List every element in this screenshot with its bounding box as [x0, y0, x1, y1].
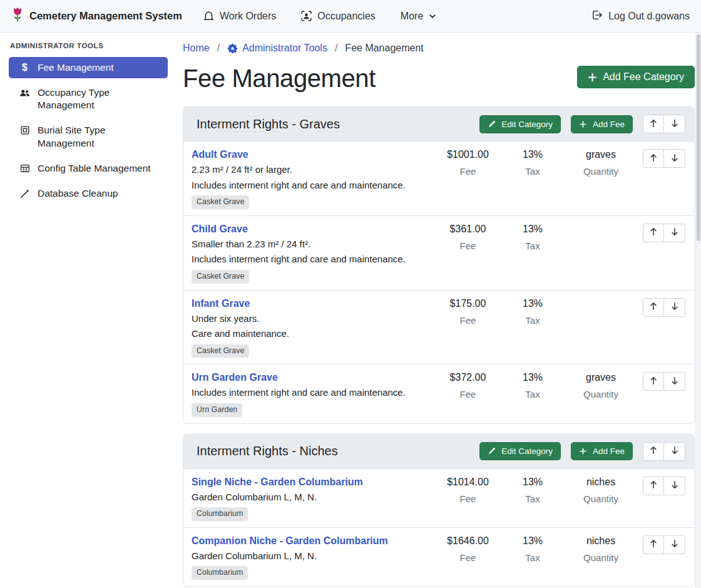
nav-work-orders[interactable]: Work Orders: [203, 11, 276, 22]
breadcrumb-separator: /: [210, 43, 227, 54]
tax-label: Tax: [504, 240, 561, 251]
sidebar-item-burial-site-type-management[interactable]: Burial Site Type Management: [9, 120, 168, 153]
fee-quantity-column: [561, 222, 640, 229]
move-fee-down-button[interactable]: [664, 149, 685, 168]
edit-category-button[interactable]: Edit Category: [479, 115, 561, 133]
tax-value: 13%: [504, 372, 561, 383]
fee-row: Child Grave Smaller than 2.23 m² / 24 ft…: [183, 215, 694, 290]
top-navbar: Cemetery Management System Work Orders O…: [0, 0, 701, 33]
fee-row: Companion Niche - Garden Columbarium Gar…: [183, 527, 694, 586]
sidebar-item-label: Fee Management: [38, 61, 114, 74]
edit-category-label: Edit Category: [501, 120, 553, 129]
move-category-up-button[interactable]: [643, 442, 664, 461]
arrow-down-icon: [670, 119, 679, 130]
edit-category-button[interactable]: Edit Category: [479, 442, 561, 460]
scrollbar-thumb[interactable]: [697, 34, 700, 241]
fee-amount-column: $175.00 Fee: [432, 297, 504, 326]
move-category-down-button[interactable]: [664, 115, 685, 133]
category-actions: Edit Category Add Fee: [479, 115, 685, 133]
arrow-up-icon: [649, 227, 658, 238]
breadcrumb-separator: /: [327, 43, 345, 54]
nav-occupancies[interactable]: Occupancies: [301, 11, 376, 22]
quantity-label: Quantity: [561, 552, 640, 563]
fee-reorder-group: [643, 224, 685, 242]
fee-tax-column: 13% Tax: [504, 148, 561, 177]
category-header: Interment Rights - Graves Edit Category …: [183, 107, 694, 142]
sidebar-item-database-cleanup[interactable]: Database Cleanup: [9, 183, 168, 204]
fee-list: Adult Grave 2.23 m² / 24 ft² or larger.I…: [183, 142, 694, 423]
fee-reorder-group: [643, 298, 685, 317]
move-fee-up-button[interactable]: [643, 298, 664, 317]
arrow-down-icon: [670, 539, 679, 550]
sidebar-item-label: Burial Site Type Management: [38, 124, 161, 149]
move-category-down-button[interactable]: [664, 442, 685, 461]
fee-amount-label: Fee: [432, 315, 504, 326]
arrow-down-icon: [670, 480, 679, 491]
plus-icon: [579, 447, 587, 455]
move-fee-up-button[interactable]: [643, 149, 664, 168]
fee-name-link[interactable]: Urn Garden Grave: [192, 372, 278, 383]
add-fee-category-button[interactable]: Add Fee Category: [577, 66, 695, 88]
fee-name-link[interactable]: Single Niche - Garden Columbarium: [192, 477, 363, 488]
sidebar-item-label: Occupancy Type Management: [38, 86, 161, 111]
move-fee-up-button[interactable]: [643, 477, 664, 495]
frame-icon: [19, 125, 31, 135]
sidebar: ADMINISTRATOR TOOLS $ Fee Management Occ…: [0, 33, 175, 588]
fee-amount-column: $1001.00 Fee: [432, 148, 504, 177]
arrow-up-icon: [649, 119, 658, 130]
add-fee-category-label: Add Fee Category: [603, 71, 684, 83]
sidebar-item-config-table-management[interactable]: Config Table Management: [9, 158, 168, 179]
move-fee-up-button[interactable]: [643, 224, 664, 242]
fee-row: Urn Garden Grave Includes interment righ…: [183, 364, 694, 423]
tax-value: 13%: [504, 149, 561, 160]
brand-link[interactable]: Cemetery Management System: [11, 6, 182, 26]
fee-quantity-column: niches Quantity: [561, 475, 640, 504]
arrow-up-icon: [649, 539, 658, 550]
sidebar-item-label: Database Cleanup: [38, 187, 118, 200]
sidebar-item-occupancy-type-management[interactable]: Occupancy Type Management: [9, 82, 168, 116]
fee-name-link[interactable]: Child Grave: [192, 224, 248, 235]
fee-descriptions: Includes interment right and care and ma…: [192, 386, 428, 399]
fee-description: Garden Columbarium L, M, N.: [192, 491, 428, 503]
breadcrumb-admin-tools[interactable]: Administrator Tools: [227, 43, 327, 54]
arrow-up-icon: [649, 376, 658, 387]
scrollbar[interactable]: [695, 33, 701, 588]
move-fee-down-button[interactable]: [664, 224, 685, 242]
sidebar-item-fee-management[interactable]: $ Fee Management: [9, 57, 168, 78]
sidebar-item-label: Config Table Management: [38, 162, 151, 175]
fee-row: Single Niche - Garden Columbarium Garden…: [183, 469, 694, 527]
arrow-down-icon: [670, 376, 679, 387]
nav-more-dropdown[interactable]: More: [401, 11, 436, 22]
breadcrumb-admin-tools-label: Administrator Tools: [242, 43, 327, 54]
arrow-up-icon: [649, 446, 658, 456]
tax-value: 13%: [504, 298, 561, 309]
people-icon: [19, 88, 31, 98]
move-fee-up-button[interactable]: [643, 372, 664, 391]
nav-more-label: More: [401, 11, 423, 22]
sidebar-heading: ADMINISTRATOR TOOLS: [10, 42, 168, 49]
fee-name-link[interactable]: Infant Grave: [192, 298, 250, 309]
move-fee-down-button[interactable]: [664, 298, 685, 317]
arrow-down-icon: [670, 446, 679, 456]
fee-amount-label: Fee: [432, 389, 504, 400]
move-fee-up-button[interactable]: [643, 535, 664, 554]
add-fee-button[interactable]: Add Fee: [571, 442, 633, 460]
add-fee-button[interactable]: Add Fee: [571, 115, 633, 133]
logout-link[interactable]: Log Out d.gowans: [591, 9, 690, 23]
quantity-value: niches: [561, 535, 640, 547]
fee-name-link[interactable]: Adult Grave: [192, 149, 248, 160]
move-category-up-button[interactable]: [643, 115, 664, 133]
fee-description: Care and maintenance.: [192, 328, 428, 340]
move-fee-down-button[interactable]: [664, 477, 685, 495]
fee-name-link[interactable]: Companion Niche - Garden Columbarium: [192, 535, 388, 547]
move-fee-down-button[interactable]: [664, 535, 685, 554]
fee-description: 2.23 m² / 24 ft² or larger.: [192, 163, 428, 176]
category-list: Interment Rights - Graves Edit Category …: [183, 106, 695, 587]
breadcrumb-home[interactable]: Home: [183, 43, 210, 54]
move-fee-down-button[interactable]: [664, 372, 685, 391]
fee-amount-column: $372.00 Fee: [432, 371, 504, 400]
tax-label: Tax: [504, 552, 561, 563]
fee-amount: $1014.00: [432, 477, 504, 488]
tax-value: 13%: [504, 477, 561, 488]
gear-icon: [227, 43, 238, 54]
